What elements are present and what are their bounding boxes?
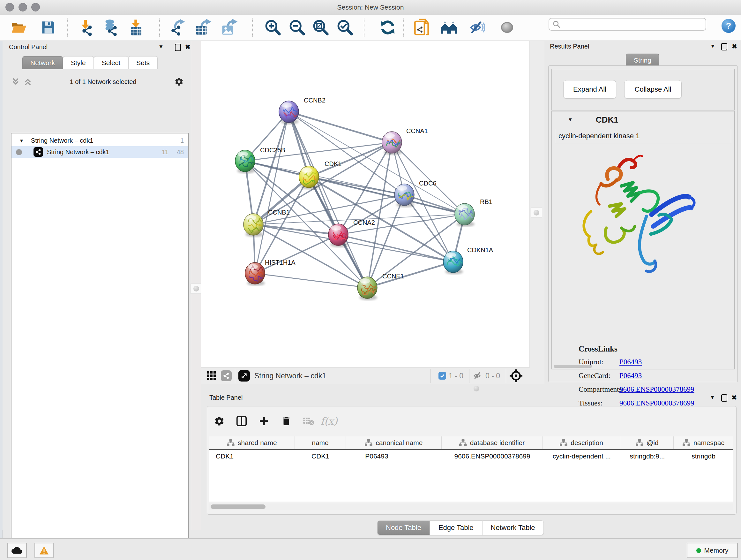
cell-name[interactable]: CDK1 [295, 452, 346, 460]
splitter-handle[interactable] [531, 207, 542, 218]
edge-CCNB1-CCNA2[interactable] [253, 225, 338, 235]
grid-view-icon[interactable] [207, 371, 216, 381]
show-columns-icon[interactable] [234, 414, 249, 428]
edge-CCNA2-HIST1H1A[interactable] [255, 235, 338, 273]
network-options-gear-icon[interactable] [174, 77, 184, 86]
right-splitter[interactable] [529, 41, 544, 384]
edge-HIST1H1A-CCNE1[interactable] [255, 273, 367, 288]
first-neighbors-icon[interactable] [440, 18, 458, 37]
import-network-from-database-icon[interactable] [102, 18, 120, 37]
edge-CCNB2-CCNE1[interactable] [289, 112, 367, 288]
search-input[interactable] [561, 20, 699, 28]
export-image-icon[interactable] [220, 18, 239, 37]
crosslink-uniprot-link[interactable]: P06493 [619, 358, 642, 366]
collapse-all-networks-icon[interactable] [11, 78, 20, 86]
close-panel-icon[interactable]: ✖ [185, 43, 191, 51]
collapse-panel-icon[interactable]: ▼ [710, 394, 715, 401]
cell-shared-name[interactable]: CDK1 [209, 452, 295, 460]
column-type-icon [365, 439, 373, 446]
left-splitter[interactable] [191, 41, 201, 530]
results-hscroll-thumb[interactable] [554, 365, 592, 368]
float-panel-icon[interactable] [175, 44, 181, 51]
tab-select[interactable]: Select [94, 56, 128, 69]
collapse-section-icon[interactable]: ▼ [568, 117, 573, 123]
table-hscroll-thumb[interactable] [211, 504, 266, 509]
crosslink-genecard-link[interactable]: P06493 [619, 372, 642, 380]
close-panel-icon[interactable]: ✖ [731, 394, 737, 401]
cell-id[interactable]: stringdb:9... [621, 452, 674, 460]
collapse-panel-icon[interactable]: ▼ [710, 43, 716, 50]
export-network-icon[interactable] [169, 18, 187, 37]
zoom-selected-icon[interactable] [336, 18, 354, 37]
expand-all-button[interactable]: Expand All [563, 80, 616, 99]
add-column-icon[interactable] [257, 414, 271, 428]
zoom-out-icon[interactable] [288, 18, 307, 37]
fit-content-icon[interactable] [312, 18, 330, 37]
toolbar-separator [403, 18, 404, 37]
edge-CCNB2-HIST1H1A[interactable] [255, 112, 289, 273]
column-header-description[interactable]: description [542, 436, 621, 449]
birds-eye-view-icon[interactable] [509, 369, 523, 382]
cell-description[interactable]: cyclin-dependent ... [542, 452, 621, 460]
float-panel-icon[interactable] [721, 43, 727, 51]
import-network-from-file-icon[interactable] [77, 18, 95, 37]
cell-canonical-name[interactable]: P06493 [346, 452, 442, 460]
network-collection-row[interactable]: ▼ String Network – cdk1 1 [11, 135, 188, 146]
edge-CCNB2-RB1[interactable] [289, 112, 465, 214]
export-table-icon[interactable] [194, 18, 212, 37]
expand-all-networks-icon[interactable] [23, 78, 32, 86]
edge-CCNB2-CCNB1[interactable] [253, 112, 289, 225]
new-network-from-selection-icon[interactable] [412, 18, 431, 37]
cell-namespace[interactable]: stringdb [674, 452, 733, 460]
collapse-panel-icon[interactable]: ▼ [158, 44, 164, 50]
protein-card-header[interactable]: ▼ CDK1 [552, 111, 734, 128]
network-canvas[interactable]: CCNB2CCNA1CDC25BCDK1CDC6RB1CCNB1CCNA2CDK… [201, 41, 529, 367]
cell-database-identifier[interactable]: 9606.ENSP00000378699 [442, 452, 542, 460]
tab-sets[interactable]: Sets [128, 56, 158, 69]
hide-selected-icon[interactable] [468, 18, 486, 37]
float-panel-icon[interactable] [721, 394, 727, 401]
close-panel-icon[interactable]: ✖ [732, 43, 737, 50]
column-header-shared-name[interactable]: shared name [209, 436, 295, 449]
hidden-count-eye-icon[interactable] [473, 371, 483, 380]
minimize-window-icon[interactable] [18, 3, 27, 11]
collection-expand-icon[interactable]: ▼ [19, 138, 24, 143]
save-session-icon[interactable] [39, 18, 57, 37]
open-session-icon[interactable] [10, 18, 28, 37]
edge-CDKN1A-CCNE1[interactable] [367, 262, 453, 288]
detach-view-icon[interactable] [239, 370, 250, 381]
network-list-header: 1 of 1 Network selected [3, 75, 191, 88]
help-icon[interactable]: ? [722, 19, 736, 33]
zoom-window-icon[interactable] [31, 3, 40, 11]
selected-count-checkbox-icon[interactable] [439, 372, 446, 380]
apply-preferred-layout-icon[interactable] [379, 18, 397, 37]
tab-style[interactable]: Style [63, 56, 94, 69]
network-row-selected[interactable]: String Network – cdk1 11 48 [11, 146, 188, 158]
show-all-icon[interactable] [498, 18, 516, 37]
column-header-name[interactable]: name [295, 436, 346, 449]
zoom-in-icon[interactable] [264, 18, 282, 37]
splitter-handle[interactable] [191, 284, 202, 294]
import-table-from-file-icon[interactable] [127, 18, 145, 37]
delete-column-trash-icon[interactable] [279, 414, 293, 428]
cloud-status-button[interactable] [7, 543, 27, 558]
string-view-icon[interactable] [221, 370, 232, 381]
edge-CCNB2-CCNA1[interactable] [289, 112, 392, 142]
memory-button[interactable]: Memory [687, 543, 738, 558]
tab-network-table[interactable]: Network Table [482, 520, 544, 535]
table-row[interactable]: CDK1 CDK1 P06493 9606.ENSP00000378699 cy… [209, 450, 733, 462]
tab-network[interactable]: Network [22, 56, 63, 69]
edge-CDK1-CCNB1[interactable] [253, 177, 309, 225]
tab-node-table[interactable]: Node Table [377, 520, 430, 535]
column-header-namespace[interactable]: namespac [674, 436, 733, 449]
column-header-id[interactable]: @id [621, 436, 674, 449]
close-window-icon[interactable] [5, 3, 14, 11]
column-header-canonical-name[interactable]: canonical name [346, 436, 442, 449]
tab-edge-table[interactable]: Edge Table [430, 520, 482, 535]
tab-string-results[interactable]: String [626, 54, 659, 67]
table-options-gear-icon[interactable] [212, 414, 226, 428]
column-header-database-identifier[interactable]: database identifier [442, 436, 542, 449]
collapse-all-button[interactable]: Collapse All [624, 80, 682, 99]
warnings-button[interactable] [35, 543, 54, 558]
table-hscrollbar[interactable] [209, 503, 733, 510]
